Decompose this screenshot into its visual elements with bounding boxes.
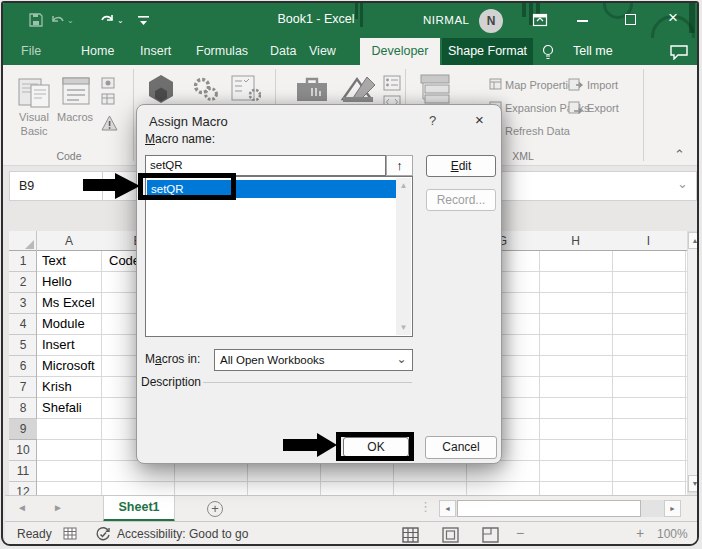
ribbon-display-options-icon[interactable]	[532, 12, 548, 28]
tab-developer[interactable]: Developer	[360, 38, 440, 65]
row-header[interactable]: 7	[9, 377, 37, 398]
row-header[interactable]: 2	[9, 272, 37, 293]
row-header-active[interactable]: 9	[9, 419, 37, 440]
comments-icon[interactable]	[669, 44, 689, 60]
export-icon[interactable]	[568, 101, 583, 114]
undo-icon[interactable]	[50, 13, 65, 27]
edit-button[interactable]: Edit	[426, 155, 496, 177]
xml-source-icon[interactable]	[419, 73, 451, 107]
zoom-out-button[interactable]: −	[516, 525, 524, 541]
cell-a4[interactable]: Module	[38, 314, 100, 335]
macros-in-dropdown[interactable]: All Open Workbooks ⌄	[214, 349, 413, 371]
customize-quick-access-icon[interactable]	[137, 14, 150, 27]
relative-references-icon[interactable]	[101, 93, 115, 105]
cell-a8[interactable]: Shefali	[38, 398, 100, 419]
row-header[interactable]: 10	[9, 440, 37, 461]
export-label[interactable]: Export	[587, 102, 619, 114]
macros-label[interactable]: Macros	[51, 111, 99, 123]
tell-me[interactable]: Tell me	[573, 38, 613, 65]
zoom-level[interactable]: 100%	[657, 527, 688, 541]
properties-icon[interactable]	[383, 75, 401, 91]
import-icon[interactable]	[568, 78, 583, 91]
scroll-down-icon[interactable]: ▼	[688, 475, 699, 492]
cell-a3[interactable]: Ms Excel	[38, 293, 100, 314]
tab-file[interactable]: File	[21, 38, 41, 65]
normal-view-icon[interactable]	[402, 527, 419, 543]
row-header[interactable]: 8	[9, 398, 37, 419]
record-macro-icon[interactable]	[101, 77, 115, 89]
cell-a6[interactable]: Microsoft	[38, 356, 100, 377]
undo-dropdown-icon[interactable]: ⌄	[67, 16, 74, 25]
com-add-ins-icon[interactable]	[191, 75, 219, 103]
sheet-nav-right-icon[interactable]: ►	[53, 502, 63, 513]
import-label[interactable]: Import	[587, 79, 618, 91]
zoom-in-button[interactable]: +	[636, 525, 644, 541]
minimize-button[interactable]	[577, 20, 588, 22]
redo-icon[interactable]	[99, 12, 115, 27]
cancel-button[interactable]: Cancel	[425, 436, 497, 459]
page-layout-view-icon[interactable]	[442, 527, 459, 543]
insert-controls-icon[interactable]	[295, 75, 331, 103]
save-icon[interactable]	[29, 13, 43, 27]
row-header[interactable]: 3	[9, 293, 37, 314]
macro-list[interactable]: setQR ▲ ▼	[145, 176, 413, 337]
accessibility-checker-icon[interactable]	[95, 526, 111, 542]
xml-group-label: XML	[499, 150, 547, 162]
tab-formulas[interactable]: Formulas	[196, 38, 248, 65]
sheet-nav-left-icon[interactable]: ◄	[17, 502, 27, 513]
select-all-corner[interactable]	[9, 231, 37, 251]
redo-dropdown-icon[interactable]: ⌄	[117, 16, 124, 25]
tab-view[interactable]: View	[309, 38, 336, 65]
tab-home[interactable]: Home	[81, 38, 114, 65]
column-header-a[interactable]: A	[37, 231, 101, 251]
column-header-i[interactable]: I	[612, 231, 685, 251]
avatar[interactable]: N	[479, 9, 503, 33]
visual-basic-icon[interactable]	[17, 73, 53, 109]
scroll-right-icon[interactable]: ►	[664, 500, 681, 517]
tab-shape-format[interactable]: Shape Format	[442, 38, 533, 65]
row-header[interactable]: 1	[9, 251, 37, 272]
maximize-button[interactable]	[625, 14, 636, 25]
new-sheet-button[interactable]: +	[207, 501, 223, 517]
macro-record-icon[interactable]	[63, 527, 77, 540]
page-break-preview-icon[interactable]	[482, 527, 499, 543]
close-button[interactable]: ×	[668, 10, 678, 25]
row-header[interactable]: 12	[9, 482, 37, 495]
excel-add-ins-icon[interactable]	[231, 75, 261, 101]
scroll-left-icon[interactable]: ◄	[439, 500, 456, 517]
column-header-h[interactable]: H	[539, 231, 612, 251]
design-mode-icon[interactable]	[339, 73, 377, 103]
sheet-tab-sheet1[interactable]: Sheet1	[103, 496, 175, 522]
macro-name-up-button[interactable]: ↑	[386, 155, 413, 176]
macros-icon[interactable]	[60, 75, 92, 107]
list-scroll-down-icon[interactable]: ▼	[396, 323, 411, 332]
cell-a7[interactable]: Krish	[38, 377, 100, 398]
scroll-up-icon[interactable]: ▲	[688, 232, 699, 249]
refresh-data-label[interactable]: Refresh Data	[505, 125, 570, 137]
dialog-close-icon[interactable]: ×	[475, 111, 484, 128]
cell-a1[interactable]: Text	[38, 251, 100, 272]
cell-a2[interactable]: Hello	[38, 272, 100, 293]
add-ins-icon[interactable]	[145, 73, 177, 105]
record-button[interactable]: Record...	[426, 189, 496, 211]
account-name[interactable]: NIRMAL	[423, 14, 469, 26]
tab-insert[interactable]: Insert	[140, 38, 171, 65]
formula-bar-expand-icon[interactable]: ⌄	[677, 176, 688, 191]
row-header[interactable]: 11	[9, 461, 37, 482]
row-header[interactable]: 5	[9, 335, 37, 356]
map-properties-icon[interactable]	[489, 78, 502, 90]
tab-splitter-icon[interactable]: ⋮	[419, 499, 432, 514]
macro-list-scrollbar[interactable]: ▲ ▼	[396, 178, 411, 335]
accessibility-status[interactable]: Accessibility: Good to go	[117, 527, 248, 541]
row-header[interactable]: 6	[9, 356, 37, 377]
list-scroll-up-icon[interactable]: ▲	[396, 181, 411, 190]
vertical-scrollbar[interactable]: ▲ ▼	[687, 231, 699, 493]
dropdown-chevron-icon[interactable]: ⌄	[391, 350, 412, 370]
tab-data[interactable]: Data	[270, 38, 296, 65]
row-header[interactable]: 4	[9, 314, 37, 335]
collapse-ribbon-icon[interactable]: ⌃	[674, 147, 685, 162]
dialog-title: Assign Macro	[149, 114, 228, 129]
dialog-help-icon[interactable]: ?	[429, 113, 436, 128]
horizontal-scroll-thumb[interactable]	[457, 500, 641, 517]
cell-a5[interactable]: Insert	[38, 335, 100, 356]
